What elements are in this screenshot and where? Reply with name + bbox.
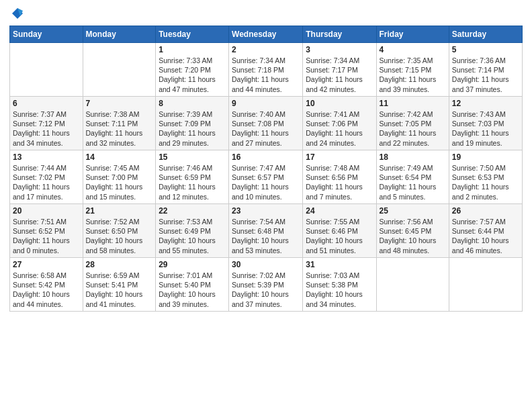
day-number: 26 xyxy=(452,206,519,216)
calendar-cell: 31Sunrise: 7:03 AM Sunset: 5:38 PM Dayli… xyxy=(303,258,376,312)
calendar-cell: 7Sunrise: 7:38 AM Sunset: 7:11 PM Daylig… xyxy=(83,97,156,150)
cell-content: 29Sunrise: 7:01 AM Sunset: 5:40 PM Dayli… xyxy=(159,260,226,309)
calendar-cell: 23Sunrise: 7:54 AM Sunset: 6:48 PM Dayli… xyxy=(229,204,303,258)
weekday-header-row: SundayMondayTuesdayWednesdayThursdayFrid… xyxy=(10,26,523,43)
cell-sun-info: Sunrise: 7:56 AM Sunset: 6:45 PM Dayligh… xyxy=(380,217,446,255)
calendar-cell: 18Sunrise: 7:49 AM Sunset: 6:54 PM Dayli… xyxy=(376,150,449,204)
calendar-cell: 26Sunrise: 7:57 AM Sunset: 6:44 PM Dayli… xyxy=(449,204,522,258)
day-number: 14 xyxy=(86,152,153,162)
day-number: 10 xyxy=(306,99,373,108)
calendar-cell xyxy=(376,258,449,312)
calendar-cell: 13Sunrise: 7:44 AM Sunset: 7:02 PM Dayli… xyxy=(10,150,83,204)
day-number: 2 xyxy=(232,45,300,54)
calendar-cell: 16Sunrise: 7:47 AM Sunset: 6:57 PM Dayli… xyxy=(229,150,303,204)
calendar-cell xyxy=(83,43,156,97)
calendar-cell: 6Sunrise: 7:37 AM Sunset: 7:12 PM Daylig… xyxy=(10,97,83,150)
day-number: 18 xyxy=(380,152,446,162)
calendar-table: SundayMondayTuesdayWednesdayThursdayFrid… xyxy=(9,26,523,312)
calendar-cell: 27Sunrise: 6:58 AM Sunset: 5:42 PM Dayli… xyxy=(10,258,83,312)
calendar-cell xyxy=(449,258,522,312)
cell-content: 5Sunrise: 7:36 AM Sunset: 7:14 PM Daylig… xyxy=(452,45,519,94)
day-number: 27 xyxy=(13,260,80,269)
cell-content: 1Sunrise: 7:33 AM Sunset: 7:20 PM Daylig… xyxy=(159,45,226,94)
calendar-cell: 28Sunrise: 6:59 AM Sunset: 5:41 PM Dayli… xyxy=(83,258,156,312)
header xyxy=(9,7,523,20)
cell-sun-info: Sunrise: 7:42 AM Sunset: 7:05 PM Dayligh… xyxy=(380,109,446,148)
logo xyxy=(9,7,24,20)
cell-content: 7Sunrise: 7:38 AM Sunset: 7:11 PM Daylig… xyxy=(86,99,153,148)
cell-sun-info: Sunrise: 7:54 AM Sunset: 6:48 PM Dayligh… xyxy=(232,217,300,255)
cell-sun-info: Sunrise: 7:34 AM Sunset: 7:18 PM Dayligh… xyxy=(232,56,300,94)
calendar-cell: 14Sunrise: 7:45 AM Sunset: 7:00 PM Dayli… xyxy=(83,150,156,204)
weekday-header-thursday: Thursday xyxy=(303,26,376,43)
week-row-3: 13Sunrise: 7:44 AM Sunset: 7:02 PM Dayli… xyxy=(10,150,523,204)
cell-sun-info: Sunrise: 6:58 AM Sunset: 5:42 PM Dayligh… xyxy=(13,271,80,309)
cell-sun-info: Sunrise: 7:45 AM Sunset: 7:00 PM Dayligh… xyxy=(86,163,153,201)
day-number: 22 xyxy=(159,206,226,216)
cell-content: 23Sunrise: 7:54 AM Sunset: 6:48 PM Dayli… xyxy=(232,206,300,255)
cell-sun-info: Sunrise: 7:57 AM Sunset: 6:44 PM Dayligh… xyxy=(452,217,519,255)
logo-icon xyxy=(11,7,24,20)
cell-content: 25Sunrise: 7:56 AM Sunset: 6:45 PM Dayli… xyxy=(380,206,446,255)
week-row-2: 6Sunrise: 7:37 AM Sunset: 7:12 PM Daylig… xyxy=(10,97,523,150)
cell-sun-info: Sunrise: 7:38 AM Sunset: 7:11 PM Dayligh… xyxy=(86,109,153,148)
cell-content: 27Sunrise: 6:58 AM Sunset: 5:42 PM Dayli… xyxy=(13,260,80,309)
cell-sun-info: Sunrise: 7:03 AM Sunset: 5:38 PM Dayligh… xyxy=(306,271,373,309)
calendar-cell: 15Sunrise: 7:46 AM Sunset: 6:59 PM Dayli… xyxy=(156,150,229,204)
calendar-cell: 10Sunrise: 7:41 AM Sunset: 7:06 PM Dayli… xyxy=(303,97,376,150)
week-row-4: 20Sunrise: 7:51 AM Sunset: 6:52 PM Dayli… xyxy=(10,204,523,258)
day-number: 30 xyxy=(232,260,300,269)
cell-content: 3Sunrise: 7:34 AM Sunset: 7:17 PM Daylig… xyxy=(306,45,373,94)
weekday-header-sunday: Sunday xyxy=(10,26,83,43)
day-number: 13 xyxy=(13,152,80,162)
cell-content: 8Sunrise: 7:39 AM Sunset: 7:09 PM Daylig… xyxy=(159,99,226,148)
cell-content: 14Sunrise: 7:45 AM Sunset: 7:00 PM Dayli… xyxy=(86,152,153,201)
week-row-1: 1Sunrise: 7:33 AM Sunset: 7:20 PM Daylig… xyxy=(10,43,523,97)
cell-content: 9Sunrise: 7:40 AM Sunset: 7:08 PM Daylig… xyxy=(232,99,300,148)
cell-sun-info: Sunrise: 7:43 AM Sunset: 7:03 PM Dayligh… xyxy=(452,109,519,148)
cell-sun-info: Sunrise: 7:44 AM Sunset: 7:02 PM Dayligh… xyxy=(13,163,80,201)
cell-sun-info: Sunrise: 7:53 AM Sunset: 6:49 PM Dayligh… xyxy=(159,217,226,255)
cell-content: 11Sunrise: 7:42 AM Sunset: 7:05 PM Dayli… xyxy=(380,99,446,148)
day-number: 21 xyxy=(86,206,153,216)
cell-content: 17Sunrise: 7:48 AM Sunset: 6:56 PM Dayli… xyxy=(306,152,373,201)
cell-content: 30Sunrise: 7:02 AM Sunset: 5:39 PM Dayli… xyxy=(232,260,300,309)
cell-content: 26Sunrise: 7:57 AM Sunset: 6:44 PM Dayli… xyxy=(452,206,519,255)
day-number: 16 xyxy=(232,152,300,162)
cell-content: 2Sunrise: 7:34 AM Sunset: 7:18 PM Daylig… xyxy=(232,45,300,94)
day-number: 29 xyxy=(159,260,226,269)
cell-sun-info: Sunrise: 7:51 AM Sunset: 6:52 PM Dayligh… xyxy=(13,217,80,255)
day-number: 4 xyxy=(380,45,446,54)
cell-sun-info: Sunrise: 7:34 AM Sunset: 7:17 PM Dayligh… xyxy=(306,56,373,94)
day-number: 17 xyxy=(306,152,373,162)
cell-content: 12Sunrise: 7:43 AM Sunset: 7:03 PM Dayli… xyxy=(452,99,519,148)
cell-sun-info: Sunrise: 7:46 AM Sunset: 6:59 PM Dayligh… xyxy=(159,163,226,201)
cell-sun-info: Sunrise: 7:50 AM Sunset: 6:53 PM Dayligh… xyxy=(452,163,519,201)
cell-sun-info: Sunrise: 7:36 AM Sunset: 7:14 PM Dayligh… xyxy=(452,56,519,94)
weekday-header-tuesday: Tuesday xyxy=(156,26,229,43)
cell-sun-info: Sunrise: 7:55 AM Sunset: 6:46 PM Dayligh… xyxy=(306,217,373,255)
cell-sun-info: Sunrise: 7:33 AM Sunset: 7:20 PM Dayligh… xyxy=(159,56,226,94)
day-number: 11 xyxy=(380,99,446,108)
calendar-cell: 20Sunrise: 7:51 AM Sunset: 6:52 PM Dayli… xyxy=(10,204,83,258)
cell-content: 15Sunrise: 7:46 AM Sunset: 6:59 PM Dayli… xyxy=(159,152,226,201)
calendar-cell: 22Sunrise: 7:53 AM Sunset: 6:49 PM Dayli… xyxy=(156,204,229,258)
cell-content: 24Sunrise: 7:55 AM Sunset: 6:46 PM Dayli… xyxy=(306,206,373,255)
weekday-header-saturday: Saturday xyxy=(449,26,522,43)
calendar-cell: 12Sunrise: 7:43 AM Sunset: 7:03 PM Dayli… xyxy=(449,97,522,150)
calendar-cell: 3Sunrise: 7:34 AM Sunset: 7:17 PM Daylig… xyxy=(303,43,376,97)
cell-content: 10Sunrise: 7:41 AM Sunset: 7:06 PM Dayli… xyxy=(306,99,373,148)
cell-content: 16Sunrise: 7:47 AM Sunset: 6:57 PM Dayli… xyxy=(232,152,300,201)
calendar-cell: 24Sunrise: 7:55 AM Sunset: 6:46 PM Dayli… xyxy=(303,204,376,258)
calendar-cell: 11Sunrise: 7:42 AM Sunset: 7:05 PM Dayli… xyxy=(376,97,449,150)
calendar-cell: 19Sunrise: 7:50 AM Sunset: 6:53 PM Dayli… xyxy=(449,150,522,204)
cell-sun-info: Sunrise: 7:49 AM Sunset: 6:54 PM Dayligh… xyxy=(380,163,446,201)
cell-content: 13Sunrise: 7:44 AM Sunset: 7:02 PM Dayli… xyxy=(13,152,80,201)
day-number: 3 xyxy=(306,45,373,54)
day-number: 6 xyxy=(13,99,80,108)
cell-content: 20Sunrise: 7:51 AM Sunset: 6:52 PM Dayli… xyxy=(13,206,80,255)
cell-content: 22Sunrise: 7:53 AM Sunset: 6:49 PM Dayli… xyxy=(159,206,226,255)
day-number: 25 xyxy=(380,206,446,216)
calendar-cell: 4Sunrise: 7:35 AM Sunset: 7:15 PM Daylig… xyxy=(376,43,449,97)
day-number: 5 xyxy=(452,45,519,54)
